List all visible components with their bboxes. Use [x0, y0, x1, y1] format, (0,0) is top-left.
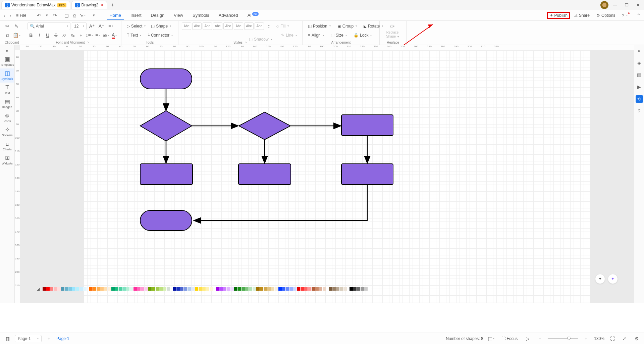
- bold-icon[interactable]: B: [28, 32, 35, 39]
- color-swatch[interactable]: [223, 287, 226, 291]
- color-swatch[interactable]: [130, 287, 133, 291]
- font-family-select[interactable]: 🔍 Arial▾: [28, 22, 70, 30]
- share-button[interactable]: ⇄Share: [572, 12, 592, 19]
- color-swatch[interactable]: [76, 287, 79, 291]
- lock-button[interactable]: 🔒 Lock▾: [352, 32, 374, 39]
- add-page-button[interactable]: +: [45, 335, 53, 342]
- shape-decision-1[interactable]: [140, 111, 192, 141]
- style-chip[interactable]: Abc: [255, 22, 264, 30]
- rail-item-symbols[interactable]: ◫Symbols: [0, 68, 14, 83]
- color-swatch[interactable]: [141, 287, 144, 291]
- color-swatch[interactable]: [234, 287, 237, 291]
- color-swatch[interactable]: [119, 287, 122, 291]
- connector-tool[interactable]: └ Connector▾: [145, 32, 175, 39]
- zoom-in-button[interactable]: +: [582, 335, 590, 342]
- tab-home[interactable]: Home: [105, 11, 126, 20]
- ai-spark-icon[interactable]: ✦: [608, 274, 618, 284]
- settings-status-icon[interactable]: ⚙: [633, 335, 641, 342]
- panel-page-icon[interactable]: ▤: [636, 71, 643, 79]
- nav-back-icon[interactable]: ‹: [1, 13, 7, 18]
- copy-icon[interactable]: ⧉: [3, 32, 11, 39]
- color-swatch[interactable]: [210, 287, 213, 291]
- minimize-button[interactable]: —: [610, 1, 620, 9]
- color-swatch[interactable]: [361, 287, 364, 291]
- color-swatch[interactable]: [195, 287, 198, 291]
- clear-format-icon[interactable]: T̶: [77, 32, 85, 39]
- position-button[interactable]: ◫ Position▾: [306, 23, 333, 30]
- tab-view[interactable]: View: [169, 11, 188, 20]
- color-swatch[interactable]: [357, 287, 360, 291]
- shape-process-4[interactable]: [341, 164, 393, 185]
- color-swatch[interactable]: [137, 287, 141, 291]
- style-chip[interactable]: Abc: [234, 22, 243, 30]
- color-picker-icon[interactable]: ◢: [34, 287, 42, 291]
- color-swatch[interactable]: [329, 287, 332, 291]
- font-size-select[interactable]: 12▾: [72, 22, 87, 30]
- page-tab[interactable]: Page-1: [56, 336, 69, 341]
- avatar[interactable]: [600, 1, 608, 9]
- color-swatch[interactable]: [202, 287, 206, 291]
- close-button[interactable]: ✕: [633, 1, 643, 9]
- color-swatch[interactable]: [206, 287, 209, 291]
- color-swatch[interactable]: [278, 287, 282, 291]
- color-swatch[interactable]: [227, 287, 230, 291]
- font-decrease-icon[interactable]: A⁻: [97, 22, 105, 30]
- tab-design[interactable]: Design: [146, 11, 169, 20]
- color-swatch[interactable]: [340, 287, 343, 291]
- font-increase-icon[interactable]: A⁺: [88, 22, 96, 30]
- play-icon[interactable]: ▷: [524, 335, 532, 342]
- color-swatch[interactable]: [191, 287, 195, 291]
- color-swatch[interactable]: [312, 287, 315, 291]
- color-swatch[interactable]: [364, 287, 368, 291]
- rail-item-templates[interactable]: ▣Templates: [0, 54, 14, 68]
- italic-icon[interactable]: I: [36, 32, 43, 39]
- rail-item-icons[interactable]: ☺Icons: [0, 111, 14, 125]
- color-swatch[interactable]: [293, 287, 297, 291]
- shadow-button[interactable]: ▢ Shadow▾: [247, 36, 274, 43]
- color-swatch[interactable]: [46, 287, 50, 291]
- color-swatch[interactable]: [159, 287, 163, 291]
- color-swatch[interactable]: [79, 287, 83, 291]
- color-swatch[interactable]: [343, 287, 347, 291]
- shape-tool[interactable]: ▢ Shape▾: [149, 23, 173, 30]
- color-swatch[interactable]: [93, 287, 96, 291]
- color-swatch[interactable]: [72, 287, 75, 291]
- document-tab[interactable]: ⟠ Drawing2: [71, 1, 107, 9]
- color-swatch[interactable]: [323, 287, 326, 291]
- line-spacing-icon[interactable]: ↕≡▾: [86, 32, 93, 39]
- font-color-icon[interactable]: A▾: [111, 32, 118, 39]
- zoom-out-button[interactable]: −: [536, 335, 544, 342]
- color-swatch[interactable]: [163, 287, 166, 291]
- color-swatch[interactable]: [241, 287, 245, 291]
- replace-shape-button[interactable]: ⟳ Replace Shape ▾: [383, 21, 402, 40]
- help-button[interactable]: ?▾: [619, 12, 633, 19]
- color-swatch[interactable]: [89, 287, 93, 291]
- align-text-icon[interactable]: ≡▾: [107, 22, 115, 30]
- fill-button[interactable]: ◇ Fill▾: [274, 23, 291, 30]
- color-swatch[interactable]: [275, 287, 278, 291]
- add-tab-button[interactable]: +: [108, 1, 116, 9]
- color-swatch[interactable]: [180, 287, 183, 291]
- shape-terminator-start[interactable]: [140, 69, 192, 89]
- color-swatch[interactable]: [184, 287, 187, 291]
- rail-item-images[interactable]: ▤Images: [0, 97, 14, 111]
- file-menu[interactable]: ≡ File: [13, 12, 29, 18]
- shape-process-2[interactable]: [140, 164, 193, 185]
- select-tool[interactable]: ▷ Select▾: [125, 23, 148, 30]
- focus-mode-icon[interactable]: ✦: [595, 274, 605, 284]
- color-swatch[interactable]: [65, 287, 68, 291]
- line-button[interactable]: ✎ Line▾: [279, 32, 299, 39]
- color-swatch[interactable]: [238, 287, 241, 291]
- font-dialog-icon[interactable]: ↘: [87, 41, 90, 44]
- style-chip[interactable]: Abc: [244, 22, 254, 30]
- color-swatch[interactable]: [260, 287, 263, 291]
- styles-scroll-icon[interactable]: ▴▾: [265, 22, 273, 30]
- color-swatch[interactable]: [336, 287, 339, 291]
- color-swatch[interactable]: [148, 287, 152, 291]
- color-swatch[interactable]: [253, 287, 256, 291]
- more-icon[interactable]: ▾: [90, 12, 98, 19]
- canvas[interactable]: -30-20-100102030405060708090100110120130…: [15, 45, 634, 303]
- rail-item-charts[interactable]: ⩍Charts: [0, 139, 14, 153]
- color-swatch[interactable]: [332, 287, 336, 291]
- color-swatch[interactable]: [122, 287, 126, 291]
